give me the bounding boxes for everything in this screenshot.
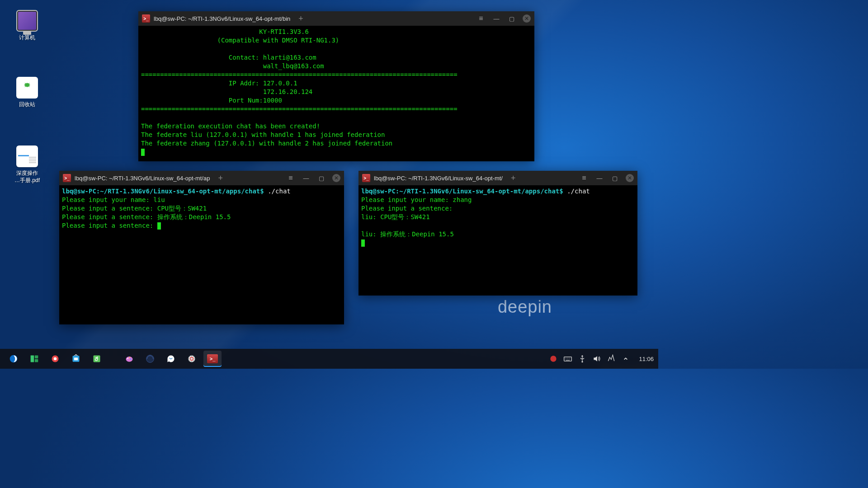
minimize-button[interactable]: — xyxy=(302,174,311,183)
cursor xyxy=(361,239,365,247)
svg-rect-8 xyxy=(94,356,100,362)
terminal-window-rti[interactable]: >_ lbq@sw-PC: ~/RTI-1.3NGv6/Linux-sw_64-… xyxy=(138,11,534,161)
desktop-icon-pdf[interactable]: 深度操作 …手册.pdf xyxy=(9,145,45,184)
svg-point-12 xyxy=(130,359,132,360)
terminal-output[interactable]: lbq@sw-PC:~/RTI-1.3NGv6/Linux-sw_64-opt-… xyxy=(359,185,637,296)
keyboard-icon[interactable] xyxy=(563,354,572,363)
tray-chevron-icon[interactable] xyxy=(621,354,630,363)
prompt-text: lbq@sw-PC:~/RTI-1.3NGv6/Linux-sw_64-opt-… xyxy=(361,188,563,195)
terminal-text: Please input your name: zhang Please inp… xyxy=(361,196,472,238)
brand-watermark: deepin xyxy=(498,297,552,317)
browser-icon[interactable] xyxy=(141,351,159,367)
screen-recorder-icon[interactable] xyxy=(46,351,64,367)
pdf-icon xyxy=(16,145,38,167)
prompt-text: lbq@sw-PC:~/RTI-1.3NGv6/Linux-sw_64-opt-… xyxy=(62,188,264,195)
clock[interactable]: 11:06 xyxy=(636,356,654,362)
desktop-icon-label: 计算机 xyxy=(9,34,45,42)
multitask-icon[interactable] xyxy=(25,351,43,367)
titlebar[interactable]: >_ lbq@sw-PC: ~/RTI-1.3NGv6/Linux-sw_64-… xyxy=(359,171,637,185)
terminal-output[interactable]: lbq@sw-PC:~/RTI-1.3NGv6/Linux-sw_64-opt-… xyxy=(59,185,344,324)
music-icon[interactable] xyxy=(88,351,106,367)
svg-rect-3 xyxy=(35,359,38,362)
close-button[interactable]: ✕ xyxy=(332,174,340,182)
network-icon[interactable] xyxy=(607,354,616,363)
svg-point-5 xyxy=(54,357,57,361)
desktop-icon-trash[interactable]: 回收站 xyxy=(9,77,45,108)
mail-icon[interactable] xyxy=(162,351,180,367)
desktop-icon-label: 回收站 xyxy=(9,101,45,108)
usb-icon[interactable] xyxy=(578,354,587,363)
desktop-icon-label: 深度操作 …手册.pdf xyxy=(9,170,45,184)
svg-point-17 xyxy=(550,356,556,361)
system-tray: 11:06 xyxy=(549,354,654,363)
terminal-app-icon: >_ xyxy=(142,14,150,23)
new-tab-button[interactable]: + xyxy=(298,14,303,23)
close-button[interactable]: ✕ xyxy=(626,174,634,182)
command-text: ./chat xyxy=(264,188,291,195)
svg-point-10 xyxy=(127,358,128,359)
terminal-app-icon: >_ xyxy=(362,174,370,182)
titlebar[interactable]: >_ lbq@sw-PC: ~/RTI-1.3NGv6/Linux-sw_64-… xyxy=(59,171,344,185)
cursor xyxy=(157,222,161,230)
minimize-button[interactable]: — xyxy=(492,14,501,23)
cursor xyxy=(141,149,145,156)
terminal-text: Please input your name: liu Please input… xyxy=(62,196,231,229)
maximize-button[interactable]: ▢ xyxy=(507,14,516,23)
svg-rect-7 xyxy=(74,358,78,361)
minimize-button[interactable]: — xyxy=(595,174,604,183)
app-store-icon[interactable] xyxy=(67,351,85,367)
terminal-window-chat-zhang[interactable]: >_ lbq@sw-PC: ~/RTI-1.3NGv6/Linux-sw_64-… xyxy=(359,171,637,296)
window-menu-button[interactable]: ≡ xyxy=(580,174,589,183)
settings-icon[interactable] xyxy=(183,351,201,367)
terminal-taskbar-icon[interactable]: >_ xyxy=(203,351,222,367)
new-tab-button[interactable]: + xyxy=(218,174,223,183)
svg-point-11 xyxy=(129,357,131,358)
maximize-button[interactable]: ▢ xyxy=(317,174,326,183)
svg-point-19 xyxy=(581,361,583,362)
svg-rect-1 xyxy=(31,356,34,362)
monitor-icon xyxy=(16,10,38,32)
taskbar[interactable]: >_ 11:06 xyxy=(0,349,658,369)
terminal-window-chat-liu[interactable]: >_ lbq@sw-PC: ~/RTI-1.3NGv6/Linux-sw_64-… xyxy=(59,171,344,324)
maximize-button[interactable]: ▢ xyxy=(610,174,619,183)
window-menu-button[interactable]: ≡ xyxy=(286,174,295,183)
window-title: lbq@sw-PC: ~/RTI-1.3NGv6/Linux-sw_64-opt… xyxy=(154,15,290,22)
terminal-output[interactable]: KY-RTI1.3V3.6 (Compatible with DMSO RTI-… xyxy=(138,26,534,161)
window-title: lbq@sw-PC: ~/RTI-1.3NGv6/Linux-sw_64-opt… xyxy=(374,175,503,182)
window-menu-button[interactable]: ≡ xyxy=(476,14,486,23)
paint-icon[interactable] xyxy=(120,351,138,367)
terminal-app-icon: >_ xyxy=(63,174,71,182)
tray-app-icon[interactable] xyxy=(549,354,558,363)
desktop-icon-computer[interactable]: 计算机 xyxy=(9,10,45,42)
launcher-icon[interactable] xyxy=(5,351,23,367)
trash-icon xyxy=(16,77,38,99)
new-tab-button[interactable]: + xyxy=(511,174,516,183)
svg-rect-2 xyxy=(35,356,38,359)
close-button[interactable]: ✕ xyxy=(523,14,531,23)
terminal-text: KY-RTI1.3V3.6 (Compatible with DMSO RTI-… xyxy=(141,28,458,147)
command-text: ./chat xyxy=(563,188,590,195)
titlebar[interactable]: >_ lbq@sw-PC: ~/RTI-1.3NGv6/Linux-sw_64-… xyxy=(138,11,534,26)
sound-icon[interactable] xyxy=(592,354,601,363)
window-title: lbq@sw-PC: ~/RTI-1.3NGv6/Linux-sw_64-opt… xyxy=(75,175,210,182)
